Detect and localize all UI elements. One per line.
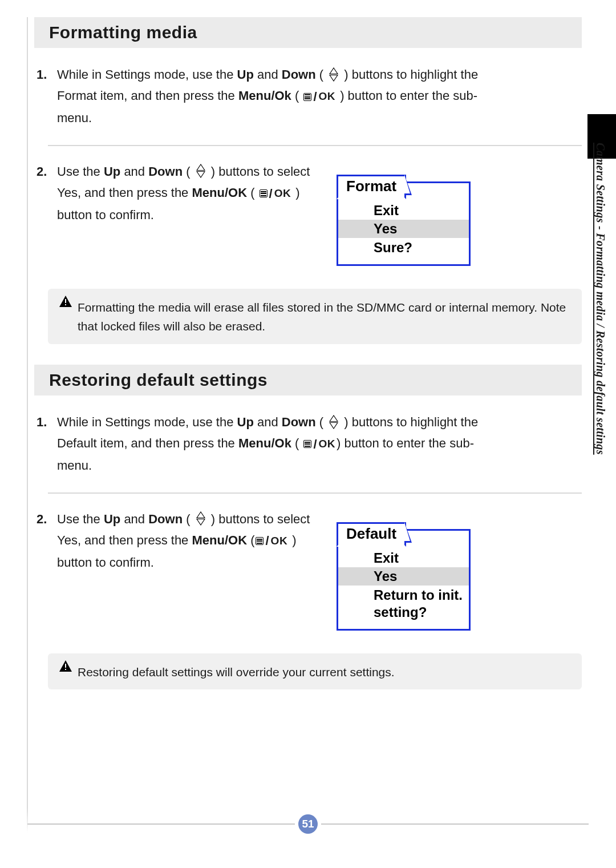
menu-ok-icon: /OK	[303, 86, 335, 107]
step-2-row: 2. Use the Up and Down ( ) buttons to se…	[34, 161, 582, 266]
side-section-label: Camera Settings - Formatting media / Res…	[593, 143, 609, 455]
up-down-icon	[329, 67, 338, 82]
menu-ok-icon: /OK	[256, 530, 287, 551]
section-title-formatting: Formatting media	[34, 17, 582, 48]
step-number: 2.	[37, 508, 54, 574]
warning-note-restore: Restoring default settings will override…	[48, 653, 582, 690]
lcd-prompt: Return to init. setting?	[338, 586, 469, 624]
up-down-icon	[196, 511, 205, 526]
step-text: While in Settings mode, use the Up and D…	[57, 64, 491, 129]
page-footer: 51	[27, 814, 589, 834]
manual-page: Formatting media 1. While in Settings mo…	[0, 0, 616, 868]
divider	[48, 145, 582, 146]
menu-ok-icon: /OK	[260, 183, 291, 204]
steps-formatting: 1. While in Settings mode, use the Up an…	[34, 64, 582, 129]
menu-ok-icon: /OK	[303, 434, 335, 455]
svg-rect-1	[65, 304, 66, 305]
step-text: While in Settings mode, use the Up and D…	[57, 411, 491, 477]
svg-rect-0	[65, 299, 66, 303]
warning-text: Formatting the media will erase all file…	[78, 297, 570, 336]
lcd-option-yes: Yes	[338, 567, 469, 586]
footer-rule	[321, 823, 589, 825]
lcd-tab: Default	[337, 522, 406, 547]
lcd-option-yes: Yes	[338, 220, 469, 238]
steps-restoring: 1. While in Settings mode, use the Up an…	[34, 411, 582, 477]
svg-rect-2	[65, 664, 66, 668]
svg-rect-3	[65, 669, 66, 670]
margin-rule	[27, 17, 28, 833]
up-down-icon	[196, 164, 205, 178]
warning-icon	[59, 660, 72, 682]
step-number: 1.	[37, 64, 54, 129]
step-text: Use the Up and Down ( ) buttons to selec…	[57, 161, 319, 226]
footer-rule	[27, 823, 295, 825]
warning-icon	[59, 296, 72, 336]
step-2-list: 2. Use the Up and Down ( ) buttons to se…	[34, 161, 319, 226]
lcd-tab: Format	[337, 175, 406, 199]
divider	[48, 492, 582, 494]
section-title-restoring: Restoring default settings	[34, 365, 582, 395]
step-1: 1. While in Settings mode, use the Up an…	[34, 64, 582, 129]
lcd-prompt: Sure?	[338, 238, 469, 260]
step-2-row: 2. Use the Up and Down ( ) buttons to se…	[34, 508, 582, 631]
step-2: 2. Use the Up and Down ( ) buttons to se…	[34, 508, 319, 574]
step-1: 1. While in Settings mode, use the Up an…	[34, 411, 582, 477]
step-2-list: 2. Use the Up and Down ( ) buttons to se…	[34, 508, 319, 574]
step-number: 2.	[37, 161, 54, 226]
step-2: 2. Use the Up and Down ( ) buttons to se…	[34, 161, 319, 226]
lcd-option-exit: Exit	[338, 549, 469, 567]
lcd-default: Default Exit Yes Return to init. setting…	[337, 508, 475, 631]
step-text: Use the Up and Down ( ) buttons to selec…	[57, 508, 319, 574]
up-down-icon	[329, 415, 338, 429]
page-number: 51	[298, 814, 318, 834]
lcd-format: Format Exit Yes Sure?	[337, 161, 475, 266]
step-number: 1.	[37, 411, 54, 477]
warning-note-format: Formatting the media will erase all file…	[48, 289, 582, 344]
lcd-option-exit: Exit	[338, 201, 469, 220]
warning-text: Restoring default settings will override…	[78, 661, 395, 682]
